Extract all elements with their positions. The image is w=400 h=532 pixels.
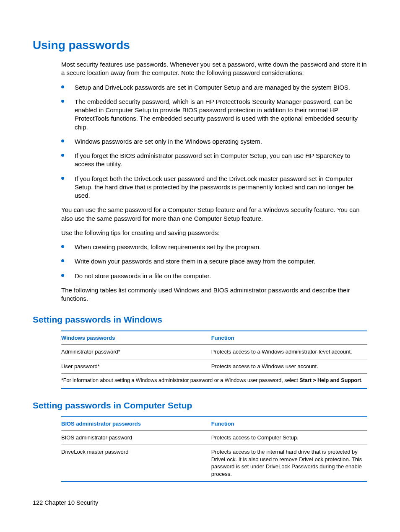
table-row: BIOS administrator password Protects acc… [61,430,367,445]
table-cell: Protects access to the internal hard dri… [211,445,367,481]
bios-passwords-table: BIOS administrator passwords Function BI… [61,416,367,482]
intro-paragraph: Most security features use passwords. Wh… [61,60,367,77]
list-item: Setup and DriveLock passwords are set in… [61,83,367,92]
table-header: Function [211,331,367,345]
list-item: Write down your passwords and store them… [61,257,367,266]
body-paragraph: The following tables list commonly used … [61,286,367,303]
table-header: Function [211,417,367,431]
body-paragraph: Use the following tips for creating and … [61,229,367,237]
heading-windows-passwords: Setting passwords in Windows [33,315,367,325]
list-item: If you forget both the DriveLock user pa… [61,175,367,200]
table-cell: Protects access to a Windows administrat… [211,345,367,359]
table-row: Administrator password* Protects access … [61,345,367,359]
table-header: Windows passwords [61,331,211,345]
list-item: If you forget the BIOS administrator pas… [61,152,367,169]
heading-using-passwords: Using passwords [33,39,367,52]
list-item: When creating passwords, follow requirem… [61,243,367,251]
table-cell: DriveLock master password [61,445,211,481]
table-row: User password* Protects access to a Wind… [61,359,367,373]
table-footnote: *For information about setting a Windows… [61,373,367,389]
body-paragraph: You can use the same password for a Comp… [61,206,367,223]
page-footer: 122 Chapter 10 Security [33,499,98,506]
table-cell: Administrator password* [61,345,211,359]
table-cell: User password* [61,359,211,373]
table-cell: BIOS administrator password [61,430,211,445]
table-cell: Protects access to Computer Setup. [211,430,367,445]
considerations-list: Setup and DriveLock passwords are set in… [61,83,367,200]
list-item: Do not store passwords in a file on the … [61,272,367,280]
tips-list: When creating passwords, follow requirem… [61,243,367,280]
table-header: BIOS administrator passwords [61,417,211,431]
table-row: DriveLock master password Protects acces… [61,445,367,481]
table-cell: Protects access to a Windows user accoun… [211,359,367,373]
heading-computer-setup-passwords: Setting passwords in Computer Setup [33,400,367,411]
document-page: Using passwords Most security features u… [0,0,400,482]
list-item: Windows passwords are set only in the Wi… [61,137,367,146]
list-item: The embedded security password, which is… [61,98,367,132]
windows-passwords-table: Windows passwords Function Administrator… [61,331,367,389]
